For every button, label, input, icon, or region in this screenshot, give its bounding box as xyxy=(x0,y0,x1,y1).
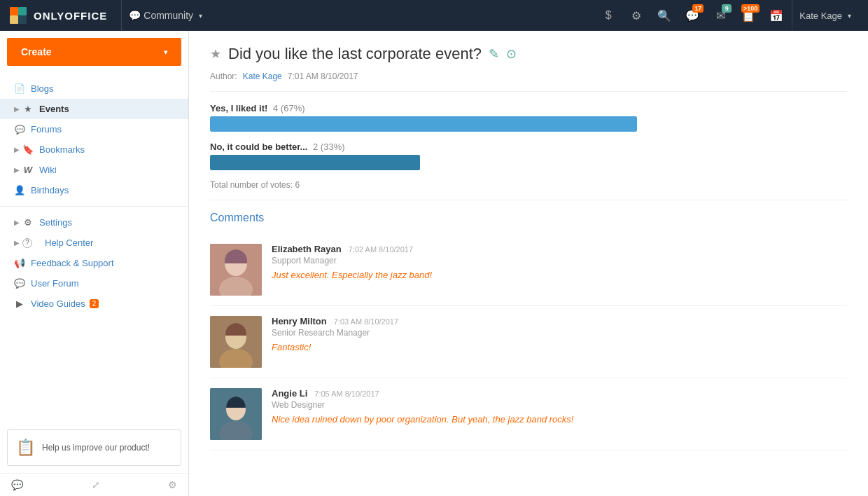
sidebar-item-forums[interactable]: 💬 Forums xyxy=(0,119,188,139)
search-icon-btn[interactable]: 🔍 xyxy=(652,0,677,31)
settings-expand-icon: ▶ xyxy=(14,219,20,226)
dollar-icon-btn[interactable]: $ xyxy=(596,0,621,31)
sidebar-item-bookmarks[interactable]: ▶ 🔖 Bookmarks xyxy=(0,139,188,160)
create-label: Create xyxy=(21,46,52,57)
chat-footer-icon[interactable]: 💬 xyxy=(11,479,23,490)
tasks-icon-btn[interactable]: 📋 >100 xyxy=(736,0,761,31)
sidebar-item-label-wiki: Wiki xyxy=(39,165,57,175)
poll-options: Yes, I liked it! 4 (67%) No, it could be… xyxy=(210,103,847,170)
chat-badge: 17 xyxy=(692,4,704,13)
forums-icon: 💬 xyxy=(14,125,25,135)
author-label: Author: xyxy=(210,71,237,81)
sidebar-item-feedback[interactable]: 📢 Feedback & Support xyxy=(0,253,188,273)
sidebar-item-blogs[interactable]: 📄 Blogs xyxy=(0,78,188,99)
community-dropdown-icon: ▾ xyxy=(199,12,202,20)
top-navigation: ONLYOFFICE 💬 Community ▾ $ ⚙ 🔍 💬 17 ✉ 9 … xyxy=(0,0,868,31)
poll-bar-bg-2 xyxy=(210,155,847,170)
settings-icon-btn[interactable]: ⚙ xyxy=(624,0,649,31)
community-icon: 💬 xyxy=(129,10,141,21)
poll-option-1: Yes, I liked it! 4 (67%) xyxy=(210,103,847,132)
sidebar-item-label-settings: Settings xyxy=(39,217,72,228)
poll-author-name[interactable]: Kate Kage xyxy=(243,71,282,81)
comment-body-1: Elizabeth Rayan 7:02 AM 8/10/2017 Suppor… xyxy=(272,244,847,296)
user-name: Kate Kage xyxy=(799,11,842,21)
settings-footer-icon[interactable]: ⚙ xyxy=(168,479,177,490)
help-box-icon: 📋 xyxy=(16,439,35,457)
community-label: Community xyxy=(144,10,193,21)
community-nav[interactable]: 💬 Community ▾ xyxy=(121,0,212,31)
expand-footer-icon[interactable]: ⤢ xyxy=(92,479,100,490)
sidebar-item-video-guides[interactable]: ▶ Video Guides 2 xyxy=(0,294,188,314)
video-guides-icon: ▶ xyxy=(14,298,25,309)
mail-badge: 9 xyxy=(722,4,732,13)
gear-icon: ⚙ xyxy=(631,9,641,22)
comment-item-2: Henry Milton 7:03 AM 8/10/2017 Senior Re… xyxy=(210,306,847,378)
bookmarks-icon: 🔖 xyxy=(22,144,34,155)
comment-header-2: Henry Milton 7:03 AM 8/10/2017 xyxy=(272,316,847,326)
sidebar-item-settings[interactable]: ▶ ⚙ Settings xyxy=(0,212,188,233)
comment-author-3: Angie Li xyxy=(272,388,307,399)
help-expand-icon: ▶ xyxy=(14,239,20,247)
chat-icon-btn[interactable]: 💬 17 xyxy=(680,0,705,31)
sidebar-item-user-forum[interactable]: 💬 User Forum xyxy=(0,273,188,294)
poll-option-1-name: Yes, I liked it! xyxy=(210,103,267,113)
poll-option-2-label: No, it could be better... 2 (33%) xyxy=(210,142,847,152)
sidebar-item-label-help: Help Center xyxy=(45,237,93,248)
help-icon: ? xyxy=(22,238,32,248)
events-icon: ★ xyxy=(22,104,34,114)
calendar-icon-btn[interactable]: 📅 xyxy=(764,0,789,31)
comment-text-3: Nice idea ruined down by poor organizati… xyxy=(272,414,847,425)
user-menu[interactable]: Kate Kage ▾ xyxy=(792,0,861,31)
user-dropdown-icon: ▾ xyxy=(848,12,851,20)
comment-avatar-2 xyxy=(210,316,262,368)
nav-icons-group: $ ⚙ 🔍 💬 17 ✉ 9 📋 >100 📅 xyxy=(596,0,789,31)
help-improve-box[interactable]: 📋 Help us improve our product! xyxy=(7,429,181,466)
wiki-expand-icon: ▶ xyxy=(14,166,20,174)
poll-meta: Author: Kate Kage 7:01 AM 8/10/2017 xyxy=(210,71,847,92)
comment-header-1: Elizabeth Rayan 7:02 AM 8/10/2017 xyxy=(272,244,847,254)
comment-time-3: 7:05 AM 8/10/2017 xyxy=(314,390,379,398)
comment-role-2: Senior Research Manager xyxy=(272,328,847,338)
birthdays-icon: 👤 xyxy=(14,185,25,195)
poll-title-row: ★ Did you like the last corporate event?… xyxy=(210,45,847,63)
poll-feather-icon: ✎ xyxy=(489,46,499,62)
feedback-icon: 📢 xyxy=(14,258,25,268)
svg-rect-0 xyxy=(10,7,18,15)
sidebar-item-label-video-guides: Video Guides xyxy=(31,298,85,309)
poll-bar-1 xyxy=(210,116,637,132)
comment-body-3: Angie Li 7:05 AM 8/10/2017 Web Designer … xyxy=(272,388,847,440)
dollar-icon: $ xyxy=(606,9,612,22)
avatar-svg-1 xyxy=(210,244,262,296)
sidebar-item-events[interactable]: ▶ ★ Events xyxy=(0,99,188,119)
svg-rect-2 xyxy=(10,15,18,24)
comment-role-1: Support Manager xyxy=(272,256,847,266)
sidebar-item-label-blogs: Blogs xyxy=(31,83,54,94)
blogs-icon: 📄 xyxy=(14,83,25,94)
comment-avatar-3 xyxy=(210,388,262,440)
comment-role-3: Web Designer xyxy=(272,400,847,410)
video-guides-badge: 2 xyxy=(90,299,99,308)
poll-option-2-count: 2 (33%) xyxy=(313,142,345,152)
poll-time: 7:01 AM 8/10/2017 xyxy=(288,71,358,81)
calendar-icon: 📅 xyxy=(769,9,783,22)
app-logo[interactable]: ONLYOFFICE xyxy=(7,4,107,27)
comment-body-2: Henry Milton 7:03 AM 8/10/2017 Senior Re… xyxy=(272,316,847,368)
poll-option-2-name: No, it could be better... xyxy=(210,142,307,152)
sidebar-divider-1 xyxy=(0,206,188,207)
mail-icon-btn[interactable]: ✉ 9 xyxy=(708,0,733,31)
sidebar-item-birthdays[interactable]: 👤 Birthdays xyxy=(0,180,188,200)
sidebar-item-wiki[interactable]: ▶ W Wiki xyxy=(0,160,188,180)
comments-title: Comments xyxy=(210,212,847,224)
poll-title: Did you like the last corporate event? xyxy=(228,45,482,63)
comment-author-2: Henry Milton xyxy=(272,316,327,326)
svg-rect-1 xyxy=(18,7,27,15)
sidebar-item-help-center[interactable]: ▶ ? Help Center xyxy=(0,233,188,253)
user-forum-icon: 💬 xyxy=(14,278,25,289)
create-button[interactable]: Create ▾ xyxy=(7,38,181,66)
events-expand-icon: ▶ xyxy=(14,105,20,113)
logo-icon xyxy=(7,4,29,27)
sidebar: Create ▾ 📄 Blogs ▶ ★ Events 💬 Forums ▶ xyxy=(0,31,189,496)
create-dropdown-icon: ▾ xyxy=(164,48,167,56)
comment-header-3: Angie Li 7:05 AM 8/10/2017 xyxy=(272,388,847,399)
poll-bar-bg-1 xyxy=(210,116,847,132)
